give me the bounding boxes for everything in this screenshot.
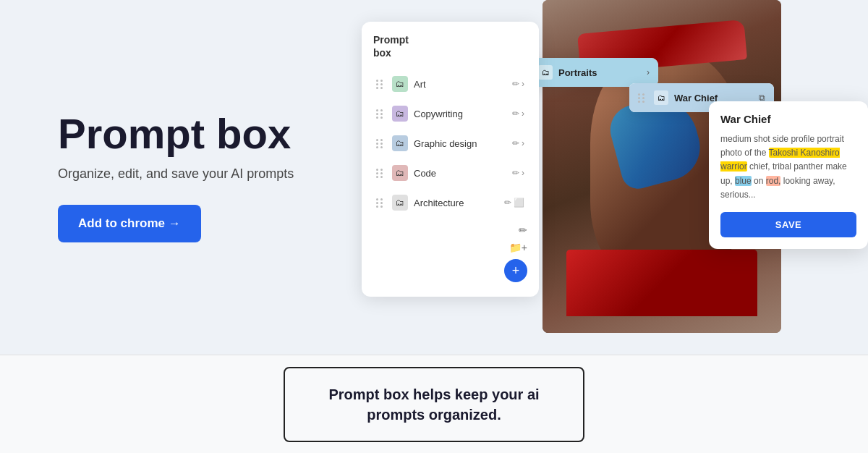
category-architecture[interactable]: 🗂 Architecture ✏ ⬜: [367, 189, 533, 216]
folder-icon-code: 🗂: [392, 165, 408, 181]
warrior-collar: [566, 250, 757, 316]
hero-section: Prompt box Organize, edit, and save your…: [0, 0, 868, 355]
cat-actions-art: ✏ ›: [512, 79, 524, 89]
drag-handle-art: [376, 80, 383, 89]
bottom-box: Prompt box helps keep your ai prompts or…: [284, 367, 584, 442]
category-name-architecture: Architecture: [414, 198, 498, 208]
bottom-text-line1: Prompt box helps keep your ai: [328, 386, 539, 402]
bottom-text-line2: prompts organized.: [367, 407, 501, 423]
bottom-box-text: Prompt box helps keep your ai prompts or…: [328, 384, 539, 425]
cat-actions-copywriting: ✏ ›: [512, 109, 524, 119]
war-chief-detail-panel: War Chief medium shot side profile portr…: [709, 101, 868, 249]
folder-icon-art: 🗂: [392, 76, 408, 92]
cat-actions-architecture: ✏ ⬜: [504, 198, 524, 208]
category-name-code: Code: [414, 168, 506, 179]
folder-icon-graphic: 🗂: [392, 135, 408, 151]
prompt-box-panel: Promptbox 🗂 Art ✏ › 🗂: [362, 22, 539, 297]
category-name-copywriting: Copywriting: [414, 109, 506, 119]
bottom-section: Prompt box helps keep your ai prompts or…: [0, 355, 868, 453]
detail-text-part3: on: [752, 176, 766, 186]
category-name-art: Art: [414, 79, 506, 90]
category-copywriting[interactable]: 🗂 Copywriting ✏ ›: [367, 100, 533, 127]
right-illustration: Promptbox 🗂 Art ✏ › 🗂: [347, 0, 868, 355]
drag-handle-graphic: [376, 139, 383, 148]
category-graphic[interactable]: 🗂 Graphic design ✏ ›: [367, 130, 533, 157]
prompt-box-title: Promptbox: [362, 33, 539, 68]
folder-icon-copywriting: 🗂: [392, 106, 408, 122]
detail-text-highlight-red: rod,: [766, 176, 781, 186]
panel-bottom-actions: ✏ 📁+ +: [362, 219, 539, 285]
drag-handle-war-chief: [638, 93, 645, 103]
save-button[interactable]: SAVE: [720, 212, 856, 237]
detail-text-highlight-blue: blue: [735, 176, 752, 186]
category-name-graphic: Graphic design: [414, 138, 506, 149]
folder-icon-architecture: 🗂: [392, 195, 408, 211]
drag-handle-code: [376, 169, 383, 178]
war-chief-detail-title: War Chief: [720, 113, 856, 125]
add-folder-icon[interactable]: 📁+: [509, 242, 527, 253]
war-chief-detail-text: medium shot side profile portrait photo …: [720, 132, 856, 202]
category-art[interactable]: 🗂 Art ✏ ›: [367, 70, 533, 98]
add-to-chrome-button[interactable]: Add to chrome →: [58, 205, 201, 242]
edit-pencil-icon[interactable]: ✏: [519, 224, 527, 236]
page-title: Prompt box: [58, 112, 347, 156]
cat-actions-code: ✏ ›: [512, 168, 524, 178]
hero-subtitle: Organize, edit, and save your AI prompts: [58, 166, 347, 182]
left-content: Prompt box Organize, edit, and save your…: [0, 112, 347, 242]
portraits-chevron-icon: ›: [647, 67, 650, 77]
folder-icon-portraits: 🗂: [538, 65, 553, 80]
cat-actions-graphic: ✏ ›: [512, 138, 524, 148]
folder-icon-war-chief: 🗂: [654, 90, 668, 105]
drag-handle-architecture: [376, 198, 383, 208]
portraits-title: Portraits: [558, 67, 641, 78]
drag-handle-copywriting: [376, 109, 383, 119]
category-code[interactable]: 🗂 Code ✏ ›: [367, 159, 533, 187]
add-circle-button[interactable]: +: [504, 259, 527, 282]
